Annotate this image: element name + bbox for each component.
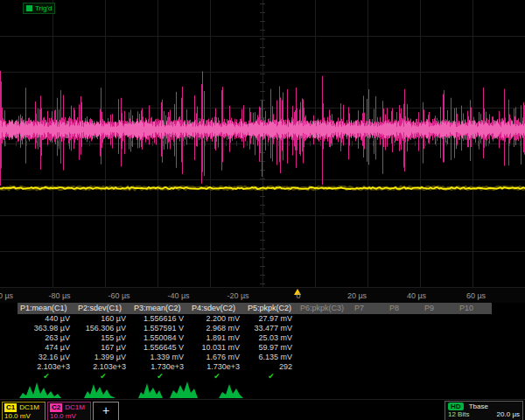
measurement-cell: 167 µV: [75, 343, 131, 353]
time-axis-label: -100 µs: [0, 291, 13, 300]
measurement-cell: [457, 333, 492, 343]
measurement-cell: [298, 362, 352, 372]
time-axis-label: 40 µs: [407, 291, 426, 300]
measurement-cell: 25.03 mV: [245, 333, 298, 343]
measurement-cell: [422, 353, 457, 362]
measurement-header[interactable]: P6:pkpk(C3): [298, 303, 352, 314]
measurement-cell: 1.399 µV: [75, 353, 131, 362]
timebase-label: Tbase: [469, 402, 488, 410]
histicon: [19, 382, 61, 398]
measurement-cell: 160 µV: [75, 314, 131, 324]
measurement-cell: 33.477 mV: [245, 324, 298, 333]
measurement-cell: [387, 353, 422, 362]
measurement-cell: [387, 333, 422, 343]
measurement-table: P1:mean(C1)P2:sdev(C1)P3:mean(C2)P4:sdev…: [18, 303, 492, 382]
measurement-cell: 292: [245, 362, 298, 372]
trigger-status-text: Trig'd: [35, 4, 52, 13]
time-axis-label: -80 µs: [48, 291, 70, 300]
measurement-cell: 263 µV: [18, 333, 75, 343]
histicon: [219, 384, 243, 398]
measurement-cell: 1.556616 V: [131, 314, 189, 324]
channel-c1-descriptor[interactable]: C1 DC1M 10.0 mV: [2, 402, 46, 420]
measurement-cell: 2.200 mV: [189, 314, 245, 324]
measurement-cell: [352, 353, 387, 362]
c2-tag: C2: [50, 403, 62, 412]
measurement-header[interactable]: P8: [387, 303, 422, 314]
waveform-display[interactable]: [0, 0, 525, 287]
measurement-cell: [457, 314, 492, 324]
measurement-cell: 474 µV: [18, 343, 75, 353]
trigger-status-icon: [26, 5, 32, 11]
measurement-cell: [352, 324, 387, 333]
measurement-cell: 32.16 µV: [18, 353, 75, 362]
measurement-header[interactable]: P1:mean(C1): [18, 303, 75, 314]
measurement-cell: 1.550084 V: [131, 333, 189, 343]
measurement-cell: 2.103e+3: [75, 362, 131, 372]
measurement-histicons: [0, 379, 525, 400]
measurement-cell: 2.968 mV: [189, 324, 245, 333]
c2-coupling: DC1M: [65, 403, 85, 412]
measurement-header[interactable]: P7: [352, 303, 387, 314]
measurement-cell: [422, 333, 457, 343]
time-axis: -100 µs-80 µs-60 µs-40 µs-20 µs020 µs40 …: [0, 287, 525, 303]
measurement-cell: [352, 362, 387, 372]
time-axis-label: 0: [296, 291, 300, 300]
measurement-cell: 1.339 mV: [131, 353, 189, 362]
measurement-cell: [387, 324, 422, 333]
measurement-cell: 1.557591 V: [131, 324, 189, 333]
measurement-cell: 1.891 mV: [189, 333, 245, 343]
measurement-cell: 1.730e+3: [131, 362, 189, 372]
measurement-cell: 6.135 mV: [245, 353, 298, 362]
c1-coupling: DC1M: [19, 403, 39, 412]
measurement-cell: [422, 314, 457, 324]
measurement-cell: [352, 343, 387, 353]
channel-c2-descriptor[interactable]: C2 DC1M 10.0 mV: [47, 402, 91, 420]
time-axis-label: -20 µs: [227, 291, 248, 300]
measurement-cell: [298, 343, 352, 353]
c1-tag: C1: [4, 403, 17, 412]
timebase-scale: 20.0 µs: [497, 410, 520, 419]
measurement-header[interactable]: P3:mean(C2): [131, 303, 189, 314]
timebase-bits: 12 Bits: [448, 410, 469, 419]
hd-badge: HD: [448, 402, 464, 410]
measurement-cell: [457, 343, 492, 353]
measurement-header[interactable]: P9: [422, 303, 457, 314]
measurement-cell: [352, 333, 387, 343]
measurement-cell: [457, 324, 492, 333]
trigger-status-badge: Trig'd: [23, 3, 55, 14]
measurement-cell: 363.98 µV: [18, 324, 75, 333]
add-trace-button[interactable]: +: [93, 402, 119, 420]
bottom-bar: C1 DC1M 10.0 mV C2 DC1M 10.0 mV + HD Tba…: [0, 399, 525, 420]
measurement-cell: 27.97 mV: [245, 314, 298, 324]
measurement-header[interactable]: P2:sdev(C1): [75, 303, 131, 314]
measurement-cell: [422, 324, 457, 333]
measurement-cell: [387, 343, 422, 353]
measurement-cell: 1.556645 V: [131, 343, 189, 353]
measurement-cell: 59.97 mV: [245, 343, 298, 353]
measurement-header[interactable]: P5:pkpk(C2): [245, 303, 298, 314]
histicon: [138, 383, 163, 398]
c1-scale: 10.0 mV: [4, 412, 43, 420]
measurement-cell: 440 µV: [18, 314, 75, 324]
measurement-cell: [422, 343, 457, 353]
measurement-cell: [457, 353, 492, 362]
histicon: [170, 382, 198, 398]
measurement-cell: [298, 324, 352, 333]
time-axis-label: 60 µs: [466, 291, 486, 300]
measurement-cell: [422, 362, 457, 372]
measurement-cell: [298, 333, 352, 343]
measurement-cell: 2.103e+3: [18, 362, 75, 372]
measurement-cell: 1.676 mV: [189, 353, 245, 362]
measurement-cell: 155 µV: [75, 333, 131, 343]
measurement-cell: [352, 314, 387, 324]
time-axis-label: -40 µs: [167, 291, 189, 300]
measurement-header[interactable]: P10: [457, 303, 492, 314]
timebase-descriptor[interactable]: HD Tbase 12 Bits 20.0 µs: [444, 401, 523, 420]
measurement-cell: 1.730e+3: [189, 362, 245, 372]
measurement-cell: [387, 314, 422, 324]
measurement-cell: [387, 362, 422, 372]
c2-scale: 10.0 mV: [50, 412, 88, 420]
histicon: [84, 384, 116, 398]
measurement-header[interactable]: P4:sdev(C2): [189, 303, 245, 314]
time-axis-label: 20 µs: [347, 291, 367, 300]
